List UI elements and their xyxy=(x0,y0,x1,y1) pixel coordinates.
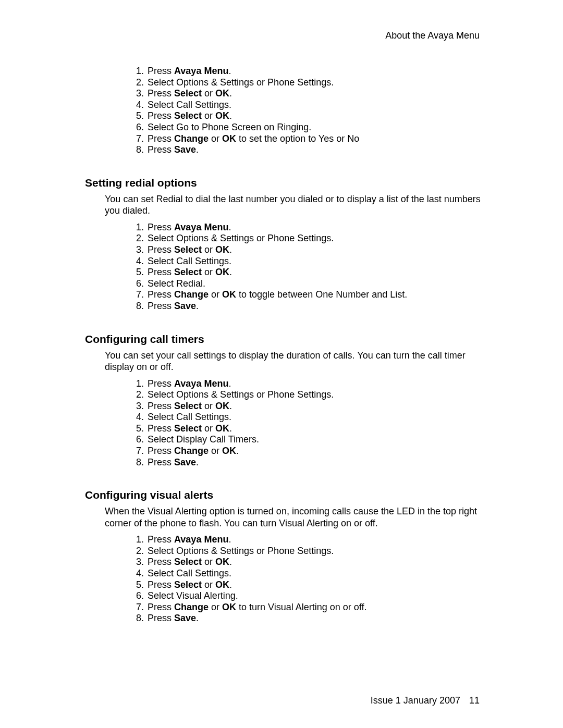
step: Select Call Settings. xyxy=(146,412,481,423)
step: Select Redial. xyxy=(146,278,481,290)
step-bold-text: OK xyxy=(222,446,236,456)
step-bold-text: Avaya Menu xyxy=(174,66,228,76)
section-intro: When the Visual Alerting option is turne… xyxy=(105,505,481,529)
section-intro: You can set Redial to dial the last numb… xyxy=(105,193,481,217)
step-text: Press xyxy=(148,267,174,277)
step-bold-text: Save xyxy=(174,613,196,623)
step-bold-text: Change xyxy=(174,133,209,144)
step: Select Visual Alerting. xyxy=(146,590,481,602)
step: Press Select or OK. xyxy=(146,267,481,278)
step: Select Call Settings. xyxy=(146,568,481,579)
step-text: Select Options & Settings or Phone Setti… xyxy=(148,546,334,556)
step-text: . xyxy=(229,88,232,98)
step-text: Select Display Call Timers. xyxy=(148,434,259,445)
step-text: or xyxy=(202,557,215,567)
step-text: Press xyxy=(148,66,174,76)
step: Press Change or OK. xyxy=(146,446,481,457)
step-bold-text: OK xyxy=(215,110,229,121)
step-bold-text: Select xyxy=(174,423,202,434)
step-text: Select Call Settings. xyxy=(148,256,231,266)
step-bold-text: OK xyxy=(215,579,229,590)
page-number: 11 xyxy=(469,695,480,706)
section-intro: You can set your call settings to displa… xyxy=(105,350,481,373)
step-bold-text: OK xyxy=(222,133,236,144)
step-text: Press xyxy=(148,244,174,255)
step-bold-text: Change xyxy=(174,446,209,456)
step-bold-text: Save xyxy=(174,144,196,155)
section: Configuring call timersYou can set your … xyxy=(85,333,481,468)
step-text: or xyxy=(202,423,215,434)
step: Select Call Settings. xyxy=(146,100,481,111)
step: Select Options & Settings or Phone Setti… xyxy=(146,233,481,244)
step-text: . xyxy=(229,401,232,411)
page-content: Press Avaya Menu.Select Options & Settin… xyxy=(85,66,481,645)
step-list: Press Avaya Menu.Select Options & Settin… xyxy=(121,534,481,624)
step-text: to set the option to Yes or No xyxy=(236,133,359,144)
step-bold-text: Avaya Menu xyxy=(174,222,228,232)
step-list: Press Avaya Menu.Select Options & Settin… xyxy=(121,378,481,468)
step-text: Press xyxy=(148,289,174,300)
step-text: Press xyxy=(148,88,174,98)
section: Configuring visual alertsWhen the Visual… xyxy=(85,489,481,624)
step: Press Avaya Menu. xyxy=(146,378,481,390)
step-bold-text: OK xyxy=(215,423,229,434)
step-text: . xyxy=(228,222,231,232)
step-bold-text: Change xyxy=(174,602,209,612)
step-text: Press xyxy=(148,133,174,144)
step-text: Press xyxy=(148,144,174,155)
section: Setting redial optionsYou can set Redial… xyxy=(85,177,481,312)
step: Press Save. xyxy=(146,457,481,468)
step: Press Select or OK. xyxy=(146,423,481,435)
step-bold-text: Select xyxy=(174,110,202,121)
step-text: . xyxy=(229,267,232,277)
step: Press Select or OK. xyxy=(146,557,481,568)
step-text: or xyxy=(209,602,222,612)
step-text: Press xyxy=(148,446,174,456)
step-bold-text: Select xyxy=(174,557,202,567)
step-text: Press xyxy=(148,613,174,623)
step-text: Select Redial. xyxy=(148,278,205,289)
step-text: . xyxy=(229,110,232,121)
step-text: . xyxy=(196,613,199,623)
step-text: Select Options & Settings or Phone Setti… xyxy=(148,77,334,88)
step-text: or xyxy=(202,267,215,277)
step-text: . xyxy=(196,301,199,311)
step-text: Select Call Settings. xyxy=(148,568,231,578)
step-bold-text: OK xyxy=(215,244,229,255)
step-text: or xyxy=(202,579,215,590)
step: Press Avaya Menu. xyxy=(146,534,481,546)
step-bold-text: Save xyxy=(174,457,196,467)
step-text: . xyxy=(229,557,232,567)
step-bold-text: Select xyxy=(174,401,202,411)
step-text: Press xyxy=(148,301,174,311)
step-text: or xyxy=(202,244,215,255)
step-text: Press xyxy=(148,222,174,232)
issue-label: Issue 1 January 2007 xyxy=(371,695,460,706)
step: Select Call Settings. xyxy=(146,256,481,267)
step-text: or xyxy=(209,446,222,456)
step-list: Press Avaya Menu.Select Options & Settin… xyxy=(121,66,481,156)
step-text: . xyxy=(196,457,199,467)
running-header: About the Avaya Menu xyxy=(385,30,480,41)
step-text: Press xyxy=(148,557,174,567)
section-heading: Configuring visual alerts xyxy=(85,489,481,501)
step-bold-text: OK xyxy=(215,557,229,567)
step-list: Press Avaya Menu.Select Options & Settin… xyxy=(121,222,481,312)
step-text: to turn Visual Alerting on or off. xyxy=(236,602,367,612)
step-bold-text: Change xyxy=(174,289,209,300)
step-text: . xyxy=(228,534,231,545)
step: Press Select or OK. xyxy=(146,579,481,591)
step-text: . xyxy=(229,579,232,590)
step-text: Press xyxy=(148,423,174,434)
step-text: . xyxy=(229,244,232,255)
step: Select Options & Settings or Phone Setti… xyxy=(146,546,481,557)
step: Press Select or OK. xyxy=(146,110,481,122)
step-text: Press xyxy=(148,602,174,612)
step-text: Select Go to Phone Screen on Ringing. xyxy=(148,122,311,132)
step-text: . xyxy=(236,446,239,456)
step-text: or xyxy=(209,133,222,144)
step: Select Display Call Timers. xyxy=(146,434,481,446)
step-text: . xyxy=(229,423,232,434)
step-text: or xyxy=(209,289,222,300)
step-text: or xyxy=(202,110,215,121)
